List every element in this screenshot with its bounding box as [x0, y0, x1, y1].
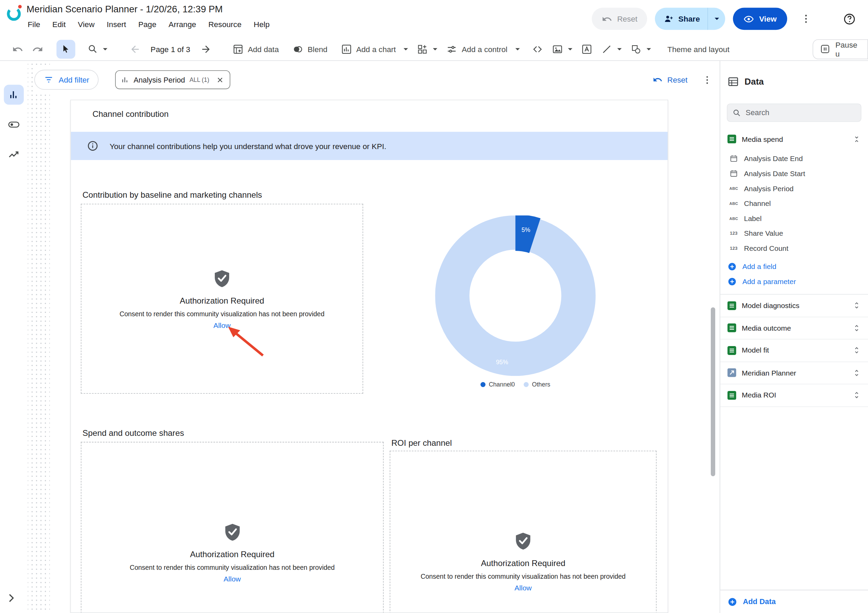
menu-help[interactable]: Help [254, 20, 270, 29]
share-label: Share [678, 14, 700, 23]
undo-button[interactable] [8, 37, 28, 61]
rail-charts-button[interactable] [4, 85, 24, 104]
document-title[interactable]: Meridian Scenario Planner - 1/20/26, 12:… [27, 4, 223, 15]
menu-file[interactable]: File [28, 20, 40, 29]
filter-chip-analysis-period[interactable]: Analysis Period ALL (1) [115, 70, 231, 89]
add-data-icon [232, 43, 243, 54]
field-record-count[interactable]: 123 Record Count [720, 241, 868, 256]
donut-chart[interactable]: 5% 95% Channel0 Others [435, 216, 596, 388]
menu-edit[interactable]: Edit [53, 20, 66, 29]
add-data-footer-button[interactable]: Add Data [720, 590, 868, 613]
chart-authorization-placeholder-2[interactable]: Authorization Required Consent to render… [81, 442, 384, 613]
expand-panel-button[interactable] [5, 592, 17, 607]
help-button[interactable] [838, 8, 860, 30]
data-source-model-diagnostics[interactable]: Model diagnostics [720, 295, 868, 317]
data-source-media-roi[interactable]: Media ROI [720, 385, 868, 407]
legend-item-channel0[interactable]: Channel0 [480, 381, 515, 388]
page-indicator[interactable]: Page 1 of 3 [145, 45, 195, 53]
data-panel: Data Media spend [720, 61, 868, 613]
collapse-icon[interactable] [852, 135, 861, 143]
add-filter-button[interactable]: Add filter [34, 70, 99, 90]
insert-shape-button[interactable] [626, 37, 655, 61]
redo-button[interactable] [28, 37, 48, 61]
view-button[interactable]: View [733, 8, 787, 30]
expand-icon[interactable] [852, 324, 861, 332]
field-analysis-date-start[interactable]: Analysis Date Start [720, 166, 868, 181]
add-chart-button[interactable]: Add a chart [336, 37, 412, 61]
allow-link[interactable]: Allow [224, 575, 241, 583]
data-source-media-outcome[interactable]: Media outcome [720, 317, 868, 339]
menu-resource[interactable]: Resource [208, 20, 242, 29]
rail-trends-button[interactable] [4, 144, 24, 165]
field-channel[interactable]: ABC Channel [720, 196, 868, 211]
filter-reset-button[interactable]: Reset [647, 75, 693, 85]
insert-image-button[interactable] [547, 37, 577, 61]
donut-slice-others[interactable] [452, 233, 578, 359]
rail-controls-button[interactable] [4, 115, 24, 135]
menu-view[interactable]: View [78, 20, 95, 29]
more-options-button[interactable] [795, 8, 817, 30]
close-icon[interactable] [216, 76, 224, 84]
sheet-source-icon [728, 346, 736, 355]
expand-icon[interactable] [852, 301, 861, 310]
source-name: Model diagnostics [742, 301, 800, 310]
share-button[interactable]: Share [655, 8, 707, 30]
eye-icon [744, 14, 754, 24]
auth-required-title: Authorization Required [190, 549, 275, 559]
expand-icon[interactable] [852, 346, 861, 354]
expand-icon[interactable] [852, 391, 861, 399]
chart-icon [121, 76, 129, 84]
chart-legend: Channel0 Others [435, 381, 596, 388]
field-label: Record Count [744, 244, 789, 253]
expand-icon[interactable] [852, 369, 861, 377]
blend-button[interactable]: Blend [288, 37, 332, 61]
cursor-icon [61, 44, 71, 54]
menu-insert[interactable]: Insert [107, 20, 126, 29]
theme-and-layout-button[interactable]: Theme and layout [663, 37, 734, 61]
add-parameter-button[interactable]: Add a parameter [720, 274, 868, 289]
data-search-box[interactable] [727, 104, 862, 122]
insert-text-button[interactable] [577, 37, 596, 61]
sheet-source-icon [728, 391, 736, 400]
menu-arrange[interactable]: Arrange [169, 20, 196, 29]
add-data-button[interactable]: Add data [228, 37, 283, 61]
field-share-value[interactable]: 123 Share Value [720, 226, 868, 241]
reset-button[interactable]: Reset [592, 8, 647, 30]
previous-page-button[interactable] [125, 37, 145, 61]
filter-more-button[interactable] [702, 74, 713, 85]
chart-authorization-placeholder-1[interactable]: Authorization Required Consent to render… [81, 204, 363, 394]
text-type-icon: ABC [728, 202, 739, 205]
share-dropdown-button[interactable] [708, 8, 725, 30]
canvas-scrollbar[interactable] [711, 307, 715, 476]
report-canvas: Add filter Analysis Period ALL (1) Re [28, 61, 720, 613]
annotation-arrow [228, 326, 271, 359]
chevron-down-icon [403, 48, 408, 50]
select-tool-button[interactable] [57, 40, 75, 59]
next-page-button[interactable] [195, 37, 215, 61]
data-source-meridian-planner[interactable]: Meridian Planner [720, 362, 868, 384]
insert-widget-button[interactable] [412, 37, 442, 61]
data-search-input[interactable] [746, 109, 856, 117]
chart1-title: Contribution by baseline and marketing c… [82, 190, 262, 199]
legend-item-others[interactable]: Others [524, 381, 550, 388]
field-analysis-period[interactable]: ABC Analysis Period [720, 181, 868, 196]
source-name: Media outcome [742, 324, 791, 332]
field-analysis-date-end[interactable]: Analysis Date End [720, 151, 868, 166]
add-control-button[interactable]: Add a control [442, 37, 524, 61]
reset-label: Reset [617, 14, 637, 23]
insert-line-button[interactable] [596, 37, 626, 61]
shield-check-icon [212, 268, 232, 288]
menu-page[interactable]: Page [138, 20, 157, 29]
pause-updates-button[interactable]: Pause u [812, 39, 868, 59]
field-label: Share Value [744, 229, 783, 237]
blend-label: Blend [308, 45, 327, 53]
zoom-tool-button[interactable] [83, 37, 112, 61]
data-source-model-fit[interactable]: Model fit [720, 340, 868, 362]
field-label[interactable]: ABC Label [720, 211, 868, 226]
allow-link[interactable]: Allow [515, 584, 532, 592]
add-field-button[interactable]: Add a field [720, 259, 868, 274]
data-source-media-spend[interactable]: Media spend [720, 131, 868, 147]
chart-authorization-placeholder-3[interactable]: Authorization Required Consent to render… [390, 451, 657, 613]
embed-code-button[interactable] [527, 37, 547, 61]
auth-required-message: Consent to render this community visuali… [421, 573, 625, 580]
